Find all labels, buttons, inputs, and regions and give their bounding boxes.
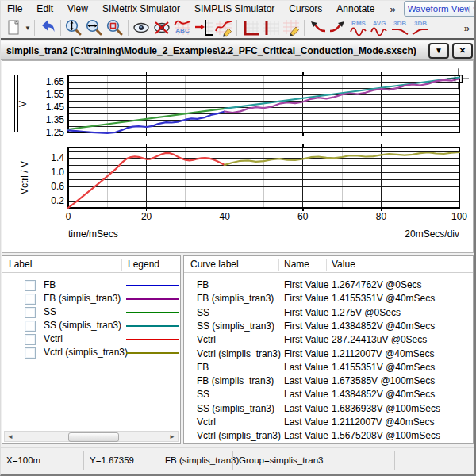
measure-name: Last Value [284, 362, 328, 373]
measurements-header: Curve label Name Value [184, 256, 473, 273]
toolbar-separator [128, 20, 129, 36]
y-tick-label: 1.65 [46, 76, 65, 87]
legend-row[interactable]: SS (simplis_tran3) [2, 319, 180, 332]
horizontal-scrollbar[interactable]: ◄ ► [4, 431, 178, 442]
curve-checkbox[interactable] [25, 334, 36, 345]
y-tick-label: 0.2 [51, 195, 64, 206]
column-divider[interactable] [278, 259, 279, 271]
3db-lowpass-button[interactable]: 3DB [390, 17, 410, 38]
y-tick-label: 1.4 [51, 152, 64, 163]
snap-curve-button[interactable] [193, 17, 213, 38]
rms-button[interactable]: RMS [348, 17, 369, 38]
zoom-rectangle-icon [105, 17, 125, 38]
show-curve-button[interactable] [131, 17, 152, 38]
label-curve-icon: ABC [172, 17, 193, 38]
curve-checkbox[interactable] [25, 347, 36, 359]
toolbar-overflow-chevron[interactable]: » [464, 22, 470, 34]
zoom-x-fit-button[interactable] [84, 17, 105, 38]
measurement-row[interactable]: SS (simplis_tran3)Last Value1.6836938V @… [184, 402, 473, 416]
measurement-row[interactable]: VctrlFirst Value287.24413uV @0Secs [184, 333, 473, 347]
move-curve-right-button[interactable] [328, 17, 348, 38]
menu-item-file[interactable]: File [0, 1, 29, 17]
measurement-row[interactable]: Vctrl (simplis_tran3)Last Value1.5675208… [184, 429, 473, 443]
measurement-row[interactable]: FB (simplis_tran3)Last Value1.673585V @1… [184, 374, 473, 388]
edit-grid-button[interactable] [281, 17, 301, 38]
status-separator [83, 451, 84, 470]
measure-value: 1.2674762V @0Secs [332, 279, 422, 290]
measurement-row[interactable]: SSFirst Value1.275V @0Secs [184, 306, 473, 320]
toolbar-separator [34, 20, 35, 36]
chevron-down-icon[interactable]: ▼ [469, 6, 476, 13]
curve-arrow-left-icon [307, 17, 328, 38]
measure-curve: FB [197, 362, 209, 373]
viewer-mode-select[interactable]: Waveform Viewer ▼ [404, 1, 476, 17]
status-field: FB (simplis_tran3) [165, 455, 239, 465]
new-graph-button[interactable] [3, 17, 24, 38]
zoom-y-fit-button[interactable] [63, 17, 84, 38]
legend-row[interactable]: FB [2, 278, 180, 292]
zoom-box-button[interactable] [105, 17, 125, 38]
measurement-row[interactable]: FB (simplis_tran3)First Value1.4155351V … [184, 292, 473, 305]
x-tick-label: 100 [451, 211, 467, 222]
zoom-horizontal-icon [84, 17, 105, 38]
scroll-right-arrow-icon[interactable]: ► [167, 432, 178, 441]
label-curve-button[interactable]: ABC [172, 17, 193, 38]
curve-legend-panel: Label Legend FBFB (simplis_tran3)SSSS (s… [2, 255, 181, 444]
measurement-row[interactable]: SSLast Value1.4384852V @40mSecs [184, 388, 473, 401]
legend-row[interactable]: FB (simplis_tran3) [2, 292, 180, 305]
column-divider[interactable] [326, 259, 327, 271]
curve-label: SS [44, 306, 56, 317]
menu-overflow-chevron[interactable]: » [386, 3, 398, 15]
measurement-row[interactable]: VctrlLast Value1.2112007V @40mSecs [184, 416, 473, 429]
measure-value: 1.4384852V @40mSecs [332, 389, 435, 400]
measure-value: 1.5675208V @100mSecs [332, 430, 440, 441]
curve-checkbox[interactable] [25, 307, 36, 318]
menu-item-simplis-simulator[interactable]: SIMPLIS Simulator [187, 1, 282, 17]
legend-row[interactable]: Vctrl [2, 332, 180, 346]
legend-row[interactable]: SS [2, 305, 180, 319]
measure-curve: Vctrl (simplis_tran3) [197, 430, 281, 441]
measure-curve: SS (simplis_tran3) [197, 321, 274, 332]
curve-checkbox[interactable] [25, 294, 36, 305]
measurement-row[interactable]: FBLast Value1.4155351V @40mSecs [184, 361, 473, 374]
undo-button[interactable] [37, 17, 58, 38]
add-grid-button[interactable] [260, 17, 281, 38]
edit-curve-button[interactable] [213, 17, 234, 38]
graph-menu-button[interactable]: ▼ [428, 43, 449, 59]
menu-item-annotate[interactable]: Annotate [329, 1, 382, 17]
zoom-vertical-icon [63, 17, 84, 38]
move-curve-left-button[interactable] [307, 17, 328, 38]
scrollbar-thumb[interactable] [68, 432, 119, 442]
column-divider[interactable] [121, 259, 122, 271]
measure-curve: Vctrl [197, 334, 216, 345]
measurements-panel: Curve label Name Value FBFirst Value1.26… [183, 255, 474, 444]
add-axis-button[interactable] [240, 17, 260, 38]
status-field: Y=1.67359 [90, 455, 134, 465]
avg-button[interactable]: AVG [369, 17, 390, 38]
measure-name: First Value [284, 348, 328, 359]
graph-close-button[interactable]: ✕ [452, 43, 473, 59]
measurement-row[interactable]: SS (simplis_tran3)First Value1.4384852V … [184, 320, 473, 333]
menu-item-edit[interactable]: Edit [29, 1, 60, 17]
x-tick-label: 60 [298, 211, 309, 222]
curve-checkbox[interactable] [25, 280, 36, 291]
header-curve-label: Curve label [190, 259, 239, 270]
3db-highpass-button[interactable]: 3DB [410, 17, 431, 38]
measure-name: First Value [284, 279, 328, 290]
measurement-row[interactable]: FBFirst Value1.2674762V @0Secs [184, 278, 473, 292]
y-tick-label: 0.6 [51, 181, 64, 192]
waveform-chart[interactable]: 1.251.351.451.551.65V0.20.61.01.4Vctrl /… [2, 61, 473, 252]
legend-row[interactable]: Vctrl (simplis_tran3) [2, 346, 180, 359]
measurement-row[interactable]: Vctrl (simplis_tran3)First Value1.211200… [184, 347, 473, 361]
menu-item-view[interactable]: View [60, 1, 95, 17]
legend-header-label: Label [9, 259, 32, 270]
bottom-plot: 0.20.61.01.4Vctrl / V [19, 144, 459, 211]
hide-curve-button[interactable] [152, 17, 172, 38]
menu-item-simetrix-simulator[interactable]: SIMetrix Simulator [95, 1, 187, 17]
scroll-left-arrow-icon[interactable]: ◄ [5, 432, 16, 441]
menu-item-cursors[interactable]: Cursors [282, 1, 329, 17]
new-graph-dropdown[interactable]: ▼ [24, 25, 32, 32]
curve-checkbox[interactable] [25, 321, 36, 332]
measure-curve: SS [197, 307, 209, 318]
waveform-graph-panel[interactable]: 1.251.351.451.551.65V0.20.61.01.4Vctrl /… [2, 60, 474, 253]
